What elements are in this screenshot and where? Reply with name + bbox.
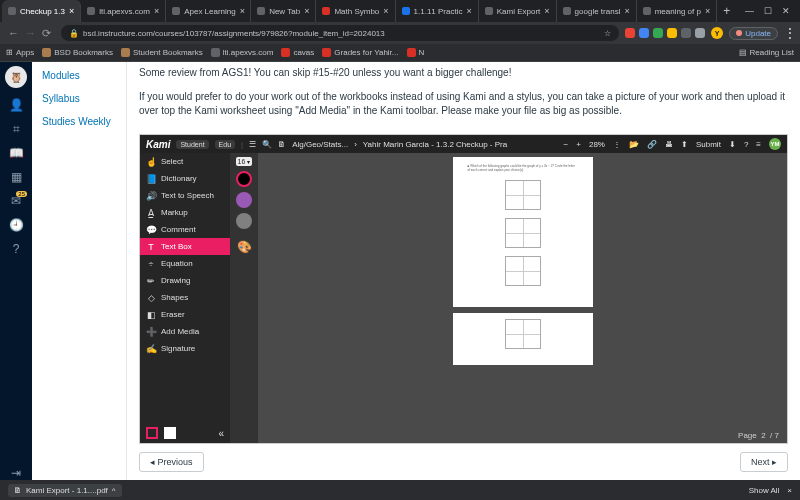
update-button[interactable]: Update xyxy=(729,27,778,40)
ext-icon[interactable] xyxy=(695,28,705,38)
close-window-icon[interactable]: ✕ xyxy=(782,6,790,16)
history-icon[interactable]: 🕘 xyxy=(9,218,23,232)
color-swatch-grey[interactable] xyxy=(236,213,252,229)
tab-checkup[interactable]: Checkup 1.3× xyxy=(2,0,81,22)
submit-button[interactable]: Submit xyxy=(696,140,721,149)
chevron-up-icon[interactable]: ^ xyxy=(112,486,116,495)
courses-icon[interactable]: 📖 xyxy=(9,146,23,160)
close-shelf-icon[interactable]: × xyxy=(787,486,792,495)
bookmark-folder[interactable]: Student Bookmarks xyxy=(121,48,203,57)
dashboard-icon[interactable]: ⌗ xyxy=(9,122,23,136)
bookmark-item[interactable]: lti.apexvs.com xyxy=(211,48,274,57)
close-icon[interactable]: × xyxy=(466,6,471,16)
star-icon[interactable]: ☆ xyxy=(604,29,611,38)
canvas-logo[interactable]: 🦉 xyxy=(5,66,27,88)
url-input[interactable]: 🔒 bsd.instructure.com/courses/103787/ass… xyxy=(61,25,619,41)
tool-drawing[interactable]: ✏Drawing xyxy=(140,272,230,289)
bookmark-item[interactable]: Grades for Yahir... xyxy=(322,48,398,57)
color-swatch-black[interactable] xyxy=(236,171,252,187)
tab-practice[interactable]: 1.1.11 Practic× xyxy=(396,0,479,22)
more-icon[interactable]: ⋮ xyxy=(613,140,621,149)
document-viewport[interactable]: ■ Which of the following graphs could be… xyxy=(258,153,787,443)
close-icon[interactable]: × xyxy=(383,6,388,16)
previous-button[interactable]: ◂ Previous xyxy=(139,452,204,472)
forward-icon[interactable]: → xyxy=(25,27,36,40)
help-icon[interactable]: ? xyxy=(744,140,748,149)
close-icon[interactable]: × xyxy=(69,6,74,16)
close-icon[interactable]: × xyxy=(240,6,245,16)
download-item[interactable]: 🗎 Kami Export - 1.1....pdf ^ xyxy=(8,484,122,497)
close-icon[interactable]: × xyxy=(304,6,309,16)
menu-icon[interactable]: ☰ xyxy=(249,140,256,149)
tool-signature[interactable]: ✍Signature xyxy=(140,340,230,357)
tool-equation[interactable]: ÷Equation xyxy=(140,255,230,272)
ext-icon[interactable] xyxy=(639,28,649,38)
menu-icon[interactable]: ⋮ xyxy=(784,26,796,40)
close-icon[interactable]: × xyxy=(544,6,549,16)
tab-kami-export[interactable]: Kami Export× xyxy=(479,0,557,22)
tool-eraser[interactable]: ◧Eraser xyxy=(140,306,230,323)
calendar-icon[interactable]: ▦ xyxy=(9,170,23,184)
print-icon[interactable]: 🖶 xyxy=(665,140,673,149)
tool-shapes[interactable]: ◇Shapes xyxy=(140,289,230,306)
ext-icon[interactable] xyxy=(681,28,691,38)
tool-textbox[interactable]: TText Box xyxy=(140,238,230,255)
mode-fill-icon[interactable] xyxy=(164,427,176,439)
open-icon[interactable]: 📂 xyxy=(629,140,639,149)
minimize-icon[interactable]: — xyxy=(745,6,754,16)
tab-translate[interactable]: google transl× xyxy=(557,0,637,22)
bookmark-item[interactable]: N xyxy=(407,48,425,57)
tab-apex-learning[interactable]: Apex Learning× xyxy=(166,0,251,22)
collapse-panel-icon[interactable]: « xyxy=(218,428,224,439)
close-icon[interactable]: × xyxy=(154,6,159,16)
tool-comment[interactable]: 💬Comment xyxy=(140,221,230,238)
kami-avatar[interactable]: YM xyxy=(769,138,781,150)
upload-icon[interactable]: ⬆ xyxy=(681,140,688,149)
nav-syllabus[interactable]: Syllabus xyxy=(42,93,116,104)
nav-studies-weekly[interactable]: Studies Weekly xyxy=(42,116,116,127)
ext-icon[interactable] xyxy=(625,28,635,38)
maximize-icon[interactable]: ☐ xyxy=(764,6,772,16)
tool-tts[interactable]: 🔊Text to Speech xyxy=(140,187,230,204)
next-button[interactable]: Next ▸ xyxy=(740,452,788,472)
search-icon[interactable]: 🔍 xyxy=(262,140,272,149)
account-icon[interactable]: 👤 xyxy=(9,98,23,112)
breadcrumb[interactable]: Alg/Geo/Stats... xyxy=(292,140,348,149)
inbox-icon[interactable]: ✉25 xyxy=(9,194,23,208)
bookmark-folder[interactable]: BSD Bookmarks xyxy=(42,48,113,57)
favicon-icon xyxy=(563,7,571,15)
reading-list-button[interactable]: ▤Reading List xyxy=(739,48,794,57)
back-icon[interactable]: ← xyxy=(8,27,19,40)
apps-button[interactable]: ⊞Apps xyxy=(6,48,34,57)
reload-icon[interactable]: ⟳ xyxy=(42,27,51,40)
close-icon[interactable]: × xyxy=(705,6,710,16)
tool-addmedia[interactable]: ➕Add Media xyxy=(140,323,230,340)
close-icon[interactable]: × xyxy=(624,6,629,16)
palette-icon[interactable]: 🎨 xyxy=(237,240,252,254)
new-tab-button[interactable]: + xyxy=(717,4,736,18)
bookmark-item[interactable]: cavas xyxy=(281,48,314,57)
tab-newtab[interactable]: New Tab× xyxy=(251,0,316,22)
tab-apexvs[interactable]: lti.apexvs.com× xyxy=(81,0,166,22)
ext-icon[interactable] xyxy=(653,28,663,38)
profile-avatar[interactable]: Y xyxy=(711,27,723,39)
ext-icon[interactable] xyxy=(667,28,677,38)
font-size-input[interactable]: 16▾ xyxy=(236,157,253,166)
show-all-button[interactable]: Show All xyxy=(749,486,780,495)
tool-markup[interactable]: A̲Markup xyxy=(140,204,230,221)
tab-meaning[interactable]: meaning of p× xyxy=(637,0,718,22)
folder-icon[interactable]: 🗎 xyxy=(278,140,286,149)
help-icon[interactable]: ? xyxy=(9,242,23,256)
collapse-nav-icon[interactable]: ⇥ xyxy=(9,466,23,480)
nav-modules[interactable]: Modules xyxy=(42,70,116,81)
tab-math[interactable]: Math Symbo× xyxy=(316,0,395,22)
download-icon[interactable]: ⬇ xyxy=(729,140,736,149)
tool-select[interactable]: ☝Select xyxy=(140,153,230,170)
tool-dictionary[interactable]: 📘Dictionary xyxy=(140,170,230,187)
zoom-in-icon[interactable]: + xyxy=(576,140,581,149)
menu-icon[interactable]: ≡ xyxy=(756,140,761,149)
zoom-out-icon[interactable]: − xyxy=(564,140,569,149)
mode-outline-icon[interactable] xyxy=(146,427,158,439)
share-icon[interactable]: 🔗 xyxy=(647,140,657,149)
color-swatch-purple[interactable] xyxy=(236,192,252,208)
